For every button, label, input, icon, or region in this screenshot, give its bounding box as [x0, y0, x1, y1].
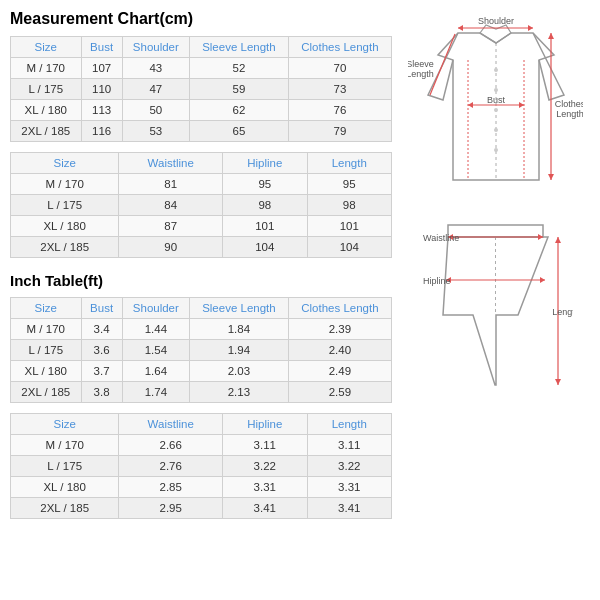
cm-shirt-header-row: SizeBustShoulderSleeve LengthClothes Len… [11, 37, 392, 58]
table-cell: M / 170 [11, 319, 82, 340]
table-cell: 1.54 [122, 340, 189, 361]
cm-pants-table: SizeWaistlineHiplineLength M / 170819595… [10, 152, 392, 258]
svg-text:Bust: Bust [486, 95, 505, 105]
table-cell: M / 170 [11, 174, 119, 195]
svg-point-4 [494, 108, 498, 112]
svg-point-2 [494, 68, 498, 72]
column-header: Hipline [223, 153, 307, 174]
table-row: M / 170819595 [11, 174, 392, 195]
svg-text:Shoulder: Shoulder [477, 16, 513, 26]
column-header: Length [307, 414, 391, 435]
table-cell: 1.84 [190, 319, 289, 340]
table-cell: 79 [288, 121, 391, 142]
cm-shirt-table: SizeBustShoulderSleeve LengthClothes Len… [10, 36, 392, 142]
svg-text:Length: Length [552, 307, 573, 317]
table-row: L / 175110475973 [11, 79, 392, 100]
pants-diagram: Waistline Hipline Length [418, 215, 573, 393]
table-cell: 2.40 [288, 340, 391, 361]
table-cell: 90 [119, 237, 223, 258]
cm-pants-body: M / 170819595L / 175849898XL / 180871011… [11, 174, 392, 258]
shirt-svg: Shoulder Bust Sleeve Length Cl [408, 15, 583, 200]
left-section: Measurement Chart(cm) SizeBustShoulderSl… [10, 10, 400, 590]
svg-text:Clothes: Clothes [554, 99, 582, 109]
table-cell: 98 [223, 195, 307, 216]
inch-shirt-table: SizeBustShoulderSleeve LengthClothes Len… [10, 297, 392, 403]
table-cell: 2XL / 185 [11, 237, 119, 258]
table-cell: 3.22 [223, 456, 307, 477]
table-cell: 62 [190, 100, 289, 121]
column-header: Clothes Length [288, 298, 391, 319]
column-header: Sleeve Length [190, 298, 289, 319]
table-cell: L / 175 [11, 195, 119, 216]
pants-svg: Waistline Hipline Length [418, 215, 573, 390]
title-cm: Measurement Chart(cm) [10, 10, 392, 28]
table-cell: 2XL / 185 [11, 121, 82, 142]
right-section: Shoulder Bust Sleeve Length Cl [400, 10, 590, 590]
table-cell: 43 [122, 58, 189, 79]
table-cell: 2XL / 185 [11, 382, 82, 403]
inch-pants-table: SizeWaistlineHiplineLength M / 1702.663.… [10, 413, 392, 519]
table-cell: 1.94 [190, 340, 289, 361]
svg-marker-22 [548, 174, 554, 180]
column-header: Size [11, 298, 82, 319]
table-cell: 84 [119, 195, 223, 216]
table-row: XL / 1803.71.642.032.49 [11, 361, 392, 382]
table-cell: 107 [81, 58, 122, 79]
table-cell: 2.59 [288, 382, 391, 403]
table-cell: 2.85 [119, 477, 223, 498]
inch-shirt-body: M / 1703.41.441.842.39L / 1753.61.541.94… [11, 319, 392, 403]
column-header: Waistline [119, 414, 223, 435]
page: Measurement Chart(cm) SizeBustShoulderSl… [0, 0, 600, 600]
table-cell: 76 [288, 100, 391, 121]
table-cell: XL / 180 [11, 477, 119, 498]
table-row: XL / 180113506276 [11, 100, 392, 121]
svg-point-5 [494, 128, 498, 132]
svg-point-6 [494, 148, 498, 152]
svg-point-3 [494, 88, 498, 92]
column-header: Bust [81, 298, 122, 319]
svg-marker-37 [555, 379, 561, 385]
table-cell: 3.22 [307, 456, 391, 477]
table-cell: L / 175 [11, 340, 82, 361]
column-header: Shoulder [122, 298, 189, 319]
table-cell: 2.95 [119, 498, 223, 519]
svg-rect-25 [448, 225, 543, 237]
table-cell: M / 170 [11, 58, 82, 79]
table-row: XL / 18087101101 [11, 216, 392, 237]
table-row: M / 1702.663.113.11 [11, 435, 392, 456]
table-cell: 3.6 [81, 340, 122, 361]
inch-shirt-header-row: SizeBustShoulderSleeve LengthClothes Len… [11, 298, 392, 319]
column-header: Length [307, 153, 391, 174]
svg-marker-21 [548, 33, 554, 39]
table-cell: 2.13 [190, 382, 289, 403]
table-cell: 95 [307, 174, 391, 195]
table-cell: 70 [288, 58, 391, 79]
table-cell: 53 [122, 121, 189, 142]
table-cell: 2.76 [119, 456, 223, 477]
table-cell: 3.8 [81, 382, 122, 403]
svg-marker-15 [519, 102, 524, 108]
table-cell: 3.31 [223, 477, 307, 498]
column-header: Waistline [119, 153, 223, 174]
table-row: 2XL / 18590104104 [11, 237, 392, 258]
column-header: Bust [81, 37, 122, 58]
table-cell: 104 [307, 237, 391, 258]
table-cell: 3.41 [307, 498, 391, 519]
table-cell: 1.64 [122, 361, 189, 382]
table-cell: L / 175 [11, 456, 119, 477]
svg-text:Hipline: Hipline [423, 276, 451, 286]
table-cell: 3.7 [81, 361, 122, 382]
svg-marker-8 [458, 25, 463, 31]
table-row: XL / 1802.853.313.31 [11, 477, 392, 498]
table-cell: 50 [122, 100, 189, 121]
svg-text:Sleeve: Sleeve [408, 59, 434, 69]
table-row: L / 1752.763.223.22 [11, 456, 392, 477]
table-row: 2XL / 185116536579 [11, 121, 392, 142]
table-cell: 65 [190, 121, 289, 142]
table-cell: 98 [307, 195, 391, 216]
table-cell: 73 [288, 79, 391, 100]
table-cell: 87 [119, 216, 223, 237]
table-cell: XL / 180 [11, 361, 82, 382]
table-cell: 104 [223, 237, 307, 258]
table-cell: M / 170 [11, 435, 119, 456]
